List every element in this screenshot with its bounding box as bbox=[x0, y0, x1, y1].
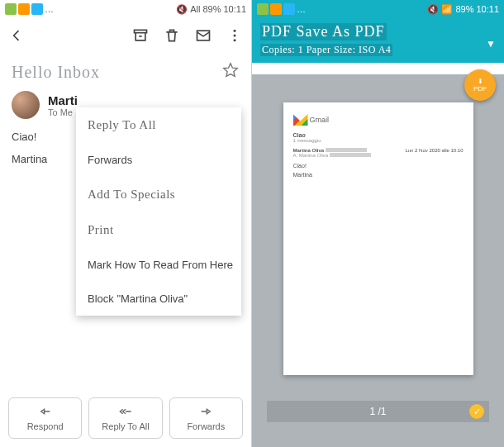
battery-label: 89% bbox=[455, 4, 473, 14]
preview-body-line: Martina bbox=[293, 172, 464, 178]
gmail-text: Gmail bbox=[310, 116, 330, 124]
page-count: 1 /1 bbox=[369, 406, 386, 417]
reply-all-button[interactable]: Reply To All bbox=[88, 397, 162, 439]
avatar[interactable] bbox=[12, 91, 40, 119]
print-preview-screen: … 🔇 📶 89% 10:11 PDF Save As PDF Copies: … bbox=[252, 0, 504, 447]
respond-button[interactable]: Respond bbox=[8, 397, 82, 439]
status-icon bbox=[270, 3, 282, 15]
time-label: 10:11 bbox=[476, 4, 499, 14]
page-indicator: 1 /1 ✓ bbox=[267, 401, 489, 422]
menu-print[interactable]: Print bbox=[76, 212, 241, 248]
bottom-actions: Respond Reply To All Forwards bbox=[8, 397, 243, 439]
wifi-icon: 📶 bbox=[441, 4, 453, 15]
back-icon[interactable] bbox=[8, 27, 25, 47]
page-preview[interactable]: Gmail Ciao 1 messaggio Martina Oliva Lun… bbox=[283, 102, 473, 375]
pdf-label: PDF bbox=[473, 85, 487, 93]
preview-subject: Ciao bbox=[293, 132, 464, 138]
star-icon[interactable] bbox=[221, 61, 240, 83]
more-icon[interactable] bbox=[226, 27, 243, 47]
email-view-screen: … 🔇 All 89% 10:11 Hello Inbox bbox=[0, 0, 252, 447]
mute-icon: 🔇 bbox=[427, 4, 439, 15]
forwards-label: Forwards bbox=[187, 421, 225, 431]
print-header[interactable]: PDF Save As PDF Copies: 1 Paper Size: IS… bbox=[252, 18, 504, 63]
page-selected-icon[interactable]: ✓ bbox=[469, 404, 484, 419]
menu-block[interactable]: Block "Martina Oliva" bbox=[76, 282, 241, 316]
preview-body-line: Ciao! bbox=[293, 163, 464, 169]
status-icon bbox=[31, 3, 43, 15]
preview-msgcount: 1 messaggio bbox=[293, 138, 464, 143]
status-icon bbox=[5, 3, 17, 15]
mail-icon[interactable] bbox=[195, 27, 212, 47]
svg-rect-0 bbox=[135, 30, 147, 32]
print-destination: PDF Save As PDF bbox=[260, 23, 387, 40]
subject-row: Hello Inbox bbox=[0, 56, 251, 86]
status-icon bbox=[257, 3, 269, 15]
status-more: … bbox=[297, 4, 306, 14]
download-icon: ⬇ bbox=[478, 78, 483, 85]
status-bar: … 🔇 📶 89% 10:11 bbox=[252, 0, 504, 18]
print-options: Copies: 1 Paper Size: ISO A4 bbox=[260, 44, 392, 56]
status-more: … bbox=[45, 4, 54, 14]
sender-recipient: To Me bbox=[48, 107, 78, 117]
svg-point-2 bbox=[234, 30, 236, 32]
toolbar bbox=[0, 18, 251, 56]
preview-date: Lun 2 Nov 2020 alle 10:10 bbox=[405, 148, 463, 153]
email-subject: Hello Inbox bbox=[12, 63, 100, 82]
menu-mark-read[interactable]: Mark How To Read From Here bbox=[76, 248, 241, 282]
archive-icon[interactable] bbox=[132, 27, 149, 47]
menu-forwards[interactable]: Forwards bbox=[76, 143, 241, 177]
status-bar: … 🔇 All 89% 10:11 bbox=[0, 0, 251, 18]
svg-point-4 bbox=[234, 39, 236, 41]
menu-add-specials[interactable]: Add To Specials bbox=[76, 177, 241, 212]
mute-icon: 🔇 bbox=[176, 4, 188, 15]
svg-point-3 bbox=[234, 35, 236, 37]
save-pdf-button[interactable]: ⬇ PDF bbox=[464, 69, 496, 101]
gmail-logo: Gmail bbox=[293, 114, 464, 126]
context-menu: Reply To All Forwards Add To Specials Pr… bbox=[76, 107, 241, 316]
time-label: 10:11 bbox=[223, 4, 246, 14]
battery-label: 89% bbox=[202, 4, 221, 14]
redacted bbox=[326, 148, 367, 152]
status-icon bbox=[18, 3, 30, 15]
sender-name: Marti bbox=[48, 93, 78, 107]
chevron-down-icon[interactable]: ▼ bbox=[486, 38, 496, 50]
preview-to: A: Martina Oliva bbox=[293, 153, 329, 158]
preview-area: Gmail Ciao 1 messaggio Martina Oliva Lun… bbox=[252, 74, 504, 447]
status-icon bbox=[283, 3, 295, 15]
gmail-icon bbox=[293, 114, 308, 126]
forwards-button[interactable]: Forwards bbox=[169, 397, 243, 439]
trash-icon[interactable] bbox=[164, 27, 180, 47]
respond-label: Respond bbox=[27, 421, 64, 431]
signal-label: All bbox=[190, 4, 200, 14]
redacted bbox=[330, 153, 371, 157]
menu-reply-all[interactable]: Reply To All bbox=[76, 107, 241, 143]
reply-all-label: Reply To All bbox=[102, 421, 149, 431]
